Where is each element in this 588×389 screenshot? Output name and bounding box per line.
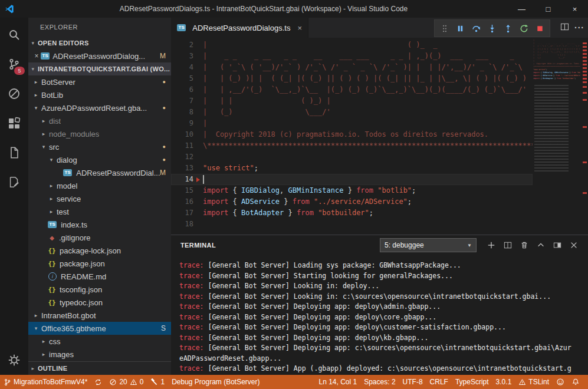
- tree-item-dialog[interactable]: ▾dialog●: [28, 153, 171, 166]
- window-controls: — □ ×: [508, 0, 588, 18]
- tree-item-dist[interactable]: ▸dist: [28, 114, 171, 127]
- code-line[interactable]: 9| |: [171, 118, 533, 129]
- split-editor-icon[interactable]: [560, 22, 569, 34]
- terminal-tab[interactable]: TERMINAL: [180, 242, 216, 249]
- maximize-panel-icon[interactable]: [533, 238, 548, 252]
- file-icon[interactable]: [0, 138, 28, 167]
- code-line[interactable]: 18: [171, 219, 533, 230]
- pause-icon[interactable]: [452, 21, 468, 35]
- maximize-button[interactable]: □: [535, 0, 561, 18]
- tree-item-botserver[interactable]: ▸BotServer●: [28, 75, 171, 88]
- tree-item-index-ts[interactable]: TSindex.ts: [28, 218, 171, 231]
- code-line[interactable]: 6| | ,__/'(_) `\__,_)`\__ |(_) (_) (_)`\…: [171, 84, 533, 95]
- tree-item-gitignore[interactable]: ◆.gitignore: [28, 231, 171, 244]
- code-line[interactable]: 2| ( )_ _ |: [171, 39, 533, 51]
- code-line[interactable]: 10| Copyright 2018 (c) pragmatismo.io. T…: [171, 129, 533, 140]
- trace-label: trace:: [179, 364, 204, 372]
- more-actions-icon[interactable]: ···: [574, 23, 584, 32]
- workspace-section-header[interactable]: ▾ INTRANETBOTQUICKSTART.GBAI (WO...: [28, 62, 171, 75]
- debug-icon[interactable]: [0, 79, 28, 108]
- extensions-icon[interactable]: [0, 108, 28, 138]
- notifications-bell-icon[interactable]: [568, 375, 583, 389]
- code-token: ;: [369, 207, 373, 219]
- tasks-item[interactable]: 1: [147, 375, 168, 389]
- tree-item-botlib[interactable]: ▸BotLib: [28, 88, 171, 101]
- kill-terminal-icon[interactable]: [517, 238, 531, 252]
- tree-item-label: images: [49, 350, 74, 359]
- split-terminal-icon[interactable]: [500, 238, 515, 252]
- tslint-item[interactable]: TSLint: [515, 375, 553, 389]
- tree-item-package-lock-json[interactable]: {}package-lock.json: [28, 244, 171, 257]
- sidebar-title: EXPLORER: [28, 18, 171, 37]
- gutter-space: [193, 207, 203, 219]
- code-line[interactable]: 7| | | ( )_) | |: [171, 95, 533, 107]
- tree-item-azureadpasswordreset-gba[interactable]: ▾AzureADPasswordReset.gba...●: [28, 101, 171, 114]
- gutter-space: [193, 151, 203, 163]
- tree-item-package-json[interactable]: {}package.json: [28, 257, 171, 270]
- close-panel-icon[interactable]: [566, 238, 581, 252]
- open-editor-label: ADResetPasswordDialog...: [52, 52, 145, 61]
- tree-item-node-modules[interactable]: ▸node_modules: [28, 127, 171, 140]
- tree-item-typedoc-json[interactable]: {}typedoc.json: [28, 296, 171, 309]
- tree-item-office365-gbtheme[interactable]: ▾Office365.gbthemeS: [28, 322, 171, 335]
- tab-adresetpassworddialogs[interactable]: TS ADResetPasswordDialogs.ts ×: [171, 18, 308, 38]
- code-line[interactable]: 4| ( '_`\ ( '__)/'_` ) /'_`\ /' _ ` _ `\…: [171, 62, 533, 73]
- search-icon[interactable]: [0, 20, 28, 50]
- terminal-selector[interactable]: 5: debuggee ▼: [380, 238, 477, 252]
- git-branch-item[interactable]: MigrationToBotFmwV4*: [0, 375, 91, 389]
- terminal-output[interactable]: trace: [General Bot Server] Loading sys …: [171, 255, 588, 375]
- chevron-down-icon: ▾: [32, 105, 40, 111]
- open-editors-header[interactable]: ▾ OPEN EDITORS: [28, 37, 171, 50]
- step-into-icon[interactable]: [484, 21, 500, 35]
- language-mode-item[interactable]: TypeScript: [452, 375, 492, 389]
- tree-item-css[interactable]: ▸css: [28, 335, 171, 348]
- code-line[interactable]: 5| | (_) )| | ( (_| |( (_) || ( ) ( ) |(…: [171, 73, 533, 84]
- feedback-smiley-icon[interactable]: [553, 375, 568, 389]
- code-line[interactable]: 13"use strict";: [171, 163, 533, 174]
- tree-item-model[interactable]: ▸model: [28, 179, 171, 192]
- outline-section-header[interactable]: ▸ OUTLINE: [28, 361, 171, 375]
- indentation-item[interactable]: Spaces: 2: [360, 375, 399, 389]
- code-line[interactable]: 16import { ADService } from "../service/…: [171, 196, 533, 207]
- tree-item-images[interactable]: ▸images: [28, 348, 171, 361]
- tree-item-src[interactable]: ▾src●: [28, 140, 171, 153]
- problems-item[interactable]: 20 0: [106, 375, 147, 389]
- code-line[interactable]: 12: [171, 151, 533, 163]
- encoding-item[interactable]: UTF-8: [399, 375, 426, 389]
- code-line[interactable]: 14: [171, 174, 533, 185]
- new-terminal-icon[interactable]: [484, 238, 498, 252]
- tab-close-icon[interactable]: ×: [297, 24, 302, 32]
- cursor-position-item[interactable]: Ln 14, Col 1: [315, 375, 360, 389]
- tree-item-tsconfig-json[interactable]: {}tsconfig.json: [28, 283, 171, 296]
- step-over-icon[interactable]: [468, 21, 484, 35]
- code-area[interactable]: 2| ( )_ _ |3| _ _ _ __ _ _ __ ___ ___ _ …: [171, 38, 533, 235]
- restart-icon[interactable]: [516, 21, 532, 35]
- close-editor-icon[interactable]: ×: [32, 52, 41, 60]
- step-out-icon[interactable]: [500, 21, 516, 35]
- tree-item-test[interactable]: ▸test: [28, 205, 171, 218]
- code-line[interactable]: 17import { BotAdapter } from "botbuilder…: [171, 207, 533, 219]
- sync-item[interactable]: [91, 375, 106, 389]
- minimize-button[interactable]: —: [508, 0, 535, 18]
- close-button[interactable]: ×: [561, 0, 588, 18]
- code-line[interactable]: 8| (_) \___/' |: [171, 107, 533, 118]
- panel-actions: 5: debuggee ▼: [380, 238, 581, 252]
- settings-gear-icon[interactable]: [0, 345, 28, 375]
- edit-file-icon[interactable]: [0, 167, 28, 197]
- toolbar-grip-icon[interactable]: [436, 21, 452, 35]
- eol-item[interactable]: CRLF: [426, 375, 452, 389]
- code-line[interactable]: 3| _ _ _ __ _ _ __ ___ ___ _ _ | ,_)(_) …: [171, 51, 533, 62]
- panel-layout-icon[interactable]: [550, 238, 564, 252]
- debug-status-item[interactable]: Debug Program (BotServer): [168, 375, 263, 389]
- tree-item-intranetbot-gbot[interactable]: ▸IntranetBot.gbot: [28, 309, 171, 322]
- code-line[interactable]: 15import { IGBDialog, GBMinInstance } fr…: [171, 185, 533, 196]
- tree-item-readme-md[interactable]: iREADME.md: [28, 270, 171, 283]
- ts-version-item[interactable]: 3.0.1: [492, 375, 515, 389]
- open-editor-item[interactable]: × TS ADResetPasswordDialog... M: [28, 50, 171, 62]
- code-line[interactable]: 11\*************************************…: [171, 140, 533, 151]
- tree-item-service[interactable]: ▸service: [28, 192, 171, 205]
- source-control-icon[interactable]: 5: [0, 50, 28, 79]
- minimap[interactable]: | ( )_ _ || _ _ _ __ _ _ __ ___ ___ _ _ …: [533, 39, 580, 235]
- tree-item-adresetpassworddial[interactable]: TSADResetPasswordDial...M: [28, 166, 171, 179]
- stop-icon[interactable]: [532, 21, 548, 35]
